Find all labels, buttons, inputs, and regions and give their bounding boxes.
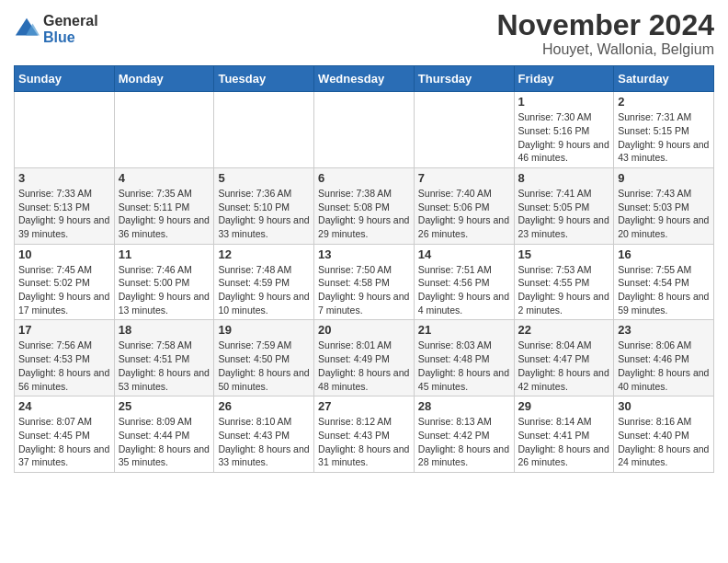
day-info: Sunrise: 8:10 AM Sunset: 4:43 PM Dayligh…	[218, 415, 310, 469]
day-number: 4	[119, 171, 210, 185]
day-number: 7	[418, 171, 510, 185]
calendar-cell-w3-d4: 13Sunrise: 7:50 AM Sunset: 4:58 PM Dayli…	[314, 244, 415, 320]
month-title: November 2024	[496, 9, 714, 41]
day-info: Sunrise: 7:56 AM Sunset: 4:53 PM Dayligh…	[18, 339, 110, 393]
header-wednesday: Wednesday	[314, 66, 415, 92]
title-block: November 2024 Houyet, Wallonia, Belgium	[496, 9, 714, 58]
calendar-cell-w4-d2: 18Sunrise: 7:58 AM Sunset: 4:51 PM Dayli…	[114, 320, 214, 396]
day-number: 19	[218, 323, 310, 337]
week-row-2: 3Sunrise: 7:33 AM Sunset: 5:13 PM Daylig…	[15, 167, 714, 244]
calendar-cell-w3-d6: 15Sunrise: 7:53 AM Sunset: 4:55 PM Dayli…	[514, 244, 614, 320]
day-number: 26	[218, 399, 310, 413]
calendar-cell-w4-d1: 17Sunrise: 7:56 AM Sunset: 4:53 PM Dayli…	[15, 320, 115, 396]
location-title: Houyet, Wallonia, Belgium	[496, 41, 714, 58]
calendar-cell-w2-d4: 6Sunrise: 7:38 AM Sunset: 5:08 PM Daylig…	[314, 167, 415, 244]
calendar-cell-w4-d4: 20Sunrise: 8:01 AM Sunset: 4:49 PM Dayli…	[314, 320, 415, 396]
day-info: Sunrise: 8:13 AM Sunset: 4:42 PM Dayligh…	[418, 415, 510, 469]
logo-text: General Blue	[43, 13, 98, 46]
calendar-cell-w5-d4: 27Sunrise: 8:12 AM Sunset: 4:43 PM Dayli…	[314, 396, 415, 473]
calendar-cell-w1-d2	[114, 92, 214, 168]
calendar-cell-w1-d4	[314, 92, 415, 168]
calendar-cell-w3-d2: 11Sunrise: 7:46 AM Sunset: 5:00 PM Dayli…	[114, 244, 214, 320]
day-info: Sunrise: 7:40 AM Sunset: 5:06 PM Dayligh…	[418, 187, 510, 241]
logo-icon	[14, 17, 40, 42]
day-number: 30	[618, 399, 710, 413]
week-row-1: 1Sunrise: 7:30 AM Sunset: 5:16 PM Daylig…	[15, 92, 714, 168]
calendar-header-row: Sunday Monday Tuesday Wednesday Thursday…	[15, 66, 714, 92]
calendar-cell-w2-d7: 9Sunrise: 7:43 AM Sunset: 5:03 PM Daylig…	[614, 167, 714, 244]
day-number: 2	[618, 95, 710, 109]
day-info: Sunrise: 8:12 AM Sunset: 4:43 PM Dayligh…	[318, 415, 410, 469]
day-info: Sunrise: 8:03 AM Sunset: 4:48 PM Dayligh…	[418, 339, 510, 393]
day-info: Sunrise: 8:04 AM Sunset: 4:47 PM Dayligh…	[518, 339, 610, 393]
day-info: Sunrise: 7:41 AM Sunset: 5:05 PM Dayligh…	[518, 187, 610, 241]
day-number: 28	[418, 399, 510, 413]
calendar-cell-w3-d1: 10Sunrise: 7:45 AM Sunset: 5:02 PM Dayli…	[15, 244, 115, 320]
calendar-cell-w5-d2: 25Sunrise: 8:09 AM Sunset: 4:44 PM Dayli…	[114, 396, 214, 473]
calendar-cell-w1-d6: 1Sunrise: 7:30 AM Sunset: 5:16 PM Daylig…	[514, 92, 614, 168]
calendar-cell-w2-d2: 4Sunrise: 7:35 AM Sunset: 5:11 PM Daylig…	[114, 167, 214, 244]
day-number: 15	[518, 247, 610, 261]
calendar-cell-w4-d5: 21Sunrise: 8:03 AM Sunset: 4:48 PM Dayli…	[414, 320, 514, 396]
day-number: 16	[618, 247, 710, 261]
day-info: Sunrise: 7:50 AM Sunset: 4:58 PM Dayligh…	[318, 263, 410, 317]
day-number: 24	[18, 399, 110, 413]
day-info: Sunrise: 7:45 AM Sunset: 5:02 PM Dayligh…	[18, 263, 110, 317]
day-number: 17	[18, 323, 110, 337]
day-info: Sunrise: 7:55 AM Sunset: 4:54 PM Dayligh…	[618, 263, 710, 317]
day-number: 29	[518, 399, 610, 413]
day-info: Sunrise: 8:07 AM Sunset: 4:45 PM Dayligh…	[18, 415, 110, 469]
day-info: Sunrise: 7:48 AM Sunset: 4:59 PM Dayligh…	[218, 263, 310, 317]
calendar-cell-w5-d5: 28Sunrise: 8:13 AM Sunset: 4:42 PM Dayli…	[414, 396, 514, 473]
calendar-cell-w1-d3	[214, 92, 314, 168]
day-number: 8	[518, 171, 610, 185]
day-info: Sunrise: 8:14 AM Sunset: 4:41 PM Dayligh…	[518, 415, 610, 469]
day-number: 22	[518, 323, 610, 337]
day-number: 11	[119, 247, 210, 261]
day-number: 10	[18, 247, 110, 261]
day-info: Sunrise: 7:38 AM Sunset: 5:08 PM Dayligh…	[318, 187, 410, 241]
day-info: Sunrise: 7:35 AM Sunset: 5:11 PM Dayligh…	[119, 187, 210, 241]
day-number: 14	[418, 247, 510, 261]
day-info: Sunrise: 8:06 AM Sunset: 4:46 PM Dayligh…	[618, 339, 710, 393]
calendar-cell-w1-d7: 2Sunrise: 7:31 AM Sunset: 5:15 PM Daylig…	[614, 92, 714, 168]
calendar-cell-w2-d3: 5Sunrise: 7:36 AM Sunset: 5:10 PM Daylig…	[214, 167, 314, 244]
day-number: 27	[318, 399, 410, 413]
day-info: Sunrise: 7:59 AM Sunset: 4:50 PM Dayligh…	[218, 339, 310, 393]
day-number: 13	[318, 247, 410, 261]
day-number: 1	[518, 95, 610, 109]
day-info: Sunrise: 7:36 AM Sunset: 5:10 PM Dayligh…	[218, 187, 310, 241]
day-number: 25	[119, 399, 210, 413]
day-info: Sunrise: 7:58 AM Sunset: 4:51 PM Dayligh…	[119, 339, 210, 393]
week-row-3: 10Sunrise: 7:45 AM Sunset: 5:02 PM Dayli…	[15, 244, 714, 320]
calendar-cell-w5-d6: 29Sunrise: 8:14 AM Sunset: 4:41 PM Dayli…	[514, 396, 614, 473]
header-thursday: Thursday	[414, 66, 514, 92]
calendar-cell-w3-d3: 12Sunrise: 7:48 AM Sunset: 4:59 PM Dayli…	[214, 244, 314, 320]
calendar-cell-w1-d5	[414, 92, 514, 168]
header-saturday: Saturday	[614, 66, 714, 92]
calendar-cell-w2-d1: 3Sunrise: 7:33 AM Sunset: 5:13 PM Daylig…	[15, 167, 115, 244]
day-info: Sunrise: 7:43 AM Sunset: 5:03 PM Dayligh…	[618, 187, 710, 241]
day-info: Sunrise: 8:01 AM Sunset: 4:49 PM Dayligh…	[318, 339, 410, 393]
day-info: Sunrise: 7:31 AM Sunset: 5:15 PM Dayligh…	[618, 110, 710, 165]
day-info: Sunrise: 7:30 AM Sunset: 5:16 PM Dayligh…	[518, 110, 610, 165]
day-number: 5	[218, 171, 310, 185]
day-number: 9	[618, 171, 710, 185]
calendar-cell-w2-d5: 7Sunrise: 7:40 AM Sunset: 5:06 PM Daylig…	[414, 167, 514, 244]
day-info: Sunrise: 8:09 AM Sunset: 4:44 PM Dayligh…	[119, 415, 210, 469]
day-info: Sunrise: 7:51 AM Sunset: 4:56 PM Dayligh…	[418, 263, 510, 317]
calendar-cell-w5-d1: 24Sunrise: 8:07 AM Sunset: 4:45 PM Dayli…	[15, 396, 115, 473]
page-container: General Blue November 2024 Houyet, Wallo…	[0, 0, 728, 482]
calendar-table: Sunday Monday Tuesday Wednesday Thursday…	[14, 65, 714, 473]
header: General Blue November 2024 Houyet, Wallo…	[14, 9, 714, 58]
day-number: 18	[119, 323, 210, 337]
day-number: 3	[18, 171, 110, 185]
day-number: 23	[618, 323, 710, 337]
calendar-cell-w3-d5: 14Sunrise: 7:51 AM Sunset: 4:56 PM Dayli…	[414, 244, 514, 320]
calendar-cell-w5-d3: 26Sunrise: 8:10 AM Sunset: 4:43 PM Dayli…	[214, 396, 314, 473]
calendar-cell-w3-d7: 16Sunrise: 7:55 AM Sunset: 4:54 PM Dayli…	[614, 244, 714, 320]
week-row-4: 17Sunrise: 7:56 AM Sunset: 4:53 PM Dayli…	[15, 320, 714, 396]
day-info: Sunrise: 8:16 AM Sunset: 4:40 PM Dayligh…	[618, 415, 710, 469]
day-info: Sunrise: 7:53 AM Sunset: 4:55 PM Dayligh…	[518, 263, 610, 317]
header-tuesday: Tuesday	[214, 66, 314, 92]
